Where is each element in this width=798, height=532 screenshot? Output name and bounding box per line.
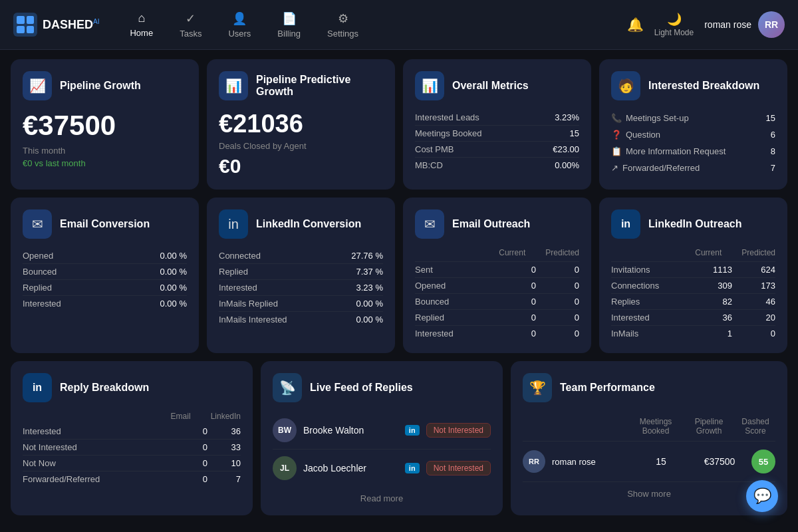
pipeline-predictive-card: 📊 Pipeline Predictive Growth €21036 Deal…: [207, 59, 395, 190]
li-conv-row-4: InMails Interested 0.00 %: [219, 312, 383, 327]
overall-metrics-icon: 📊: [415, 71, 444, 100]
feed-status-0: Not Interested: [426, 423, 491, 438]
li-conv-row-0: Connected 27.76 %: [219, 248, 383, 264]
team-avatar-0: RR: [523, 450, 545, 473]
team-meetings-0: 15: [634, 456, 688, 467]
breakdown-value-1: 6: [771, 130, 775, 140]
deals-label: Deals Closed by Agent: [219, 141, 383, 151]
email-conv-row-3: Interested 0.00 %: [23, 296, 187, 311]
deals-value: €0: [219, 155, 383, 178]
light-mode-toggle[interactable]: 🌙 Light Mode: [654, 12, 694, 37]
nav-home-label: Home: [130, 28, 153, 38]
feed-avatar-0: BW: [273, 418, 297, 442]
email-conv-label-3: Interested: [23, 299, 61, 309]
email-outreach-icon: ✉: [415, 209, 444, 239]
pipeline-predictive-header: 📊 Pipeline Predictive Growth: [219, 71, 383, 100]
logo[interactable]: DASHEDAI: [13, 13, 99, 37]
metrics-label-2: Cost PMB: [415, 144, 454, 154]
reply-breakdown-card: in Reply Breakdown Email LinkedIn Intere…: [11, 361, 253, 515]
linkedin-outreach-title: LinkedIn Outreach: [648, 218, 741, 230]
user-info[interactable]: roman rose RR: [704, 11, 785, 38]
main-content: 📈 Pipeline Growth €37500 This month €0 v…: [0, 50, 798, 525]
reply-col-email: Email: [171, 412, 191, 421]
team-pipeline-0: €37500: [693, 456, 746, 467]
reply-breakdown-column-headers: Email LinkedIn: [23, 412, 241, 424]
reply-col-linkedin: LinkedIn: [211, 412, 241, 421]
top-navigation: DASHEDAI ⌂ Home ✓ Tasks 👤 Users 📄 Billin…: [0, 0, 798, 50]
nav-billing-label: Billing: [277, 29, 301, 39]
metrics-value-1: 15: [570, 128, 579, 138]
nav-tasks[interactable]: ✓ Tasks: [169, 6, 212, 44]
user-name: roman rose: [704, 19, 751, 30]
interested-breakdown-card: 🧑 Interested Breakdown 📞 Meetings Set-up…: [599, 59, 787, 190]
pipeline-growth-header: 📈 Pipeline Growth: [23, 71, 187, 100]
email-conv-label-2: Replied: [23, 283, 52, 293]
chat-bubble[interactable]: 💬: [746, 480, 778, 512]
email-conv-value-1: 0.00 %: [160, 267, 187, 277]
email-outreach-col-predicted: Predicted: [545, 248, 579, 257]
breakdown-label-2: 📋 More Information Request: [611, 146, 726, 156]
metrics-row-0: Interested Leads 3.23%: [415, 110, 579, 126]
email-conversion-card: ✉ Email Conversion Opened 0.00 % Bounced…: [11, 198, 199, 353]
email-conversion-header: ✉ Email Conversion: [23, 209, 187, 239]
metrics-value-2: €23.00: [553, 144, 579, 154]
li-conv-row-2: Interested 3.23 %: [219, 280, 383, 296]
breakdown-list: 📞 Meetings Set-up 15 ❓ Question 6 📋 More…: [611, 110, 775, 176]
li-conv-value-2: 3.23 %: [356, 283, 383, 293]
feed-item-0: BW Brooke Walton in Not Interested: [273, 412, 491, 450]
email-conversion-rows: Opened 0.00 % Bounced 0.00 % Replied 0.0…: [23, 248, 187, 311]
email-outreach-title: Email Outreach: [452, 218, 530, 230]
metrics-table: Interested Leads 3.23% Meetings Booked 1…: [415, 110, 579, 173]
pipeline-predictive-icon: 📊: [219, 71, 248, 100]
pipeline-predictive-value: €21036: [219, 110, 383, 138]
notification-bell-icon[interactable]: 🔔: [627, 17, 644, 33]
nav-home[interactable]: ⌂ Home: [119, 6, 164, 43]
li-outreach-row-1: Connections 309173: [611, 278, 775, 294]
row-3: in Reply Breakdown Email LinkedIn Intere…: [11, 361, 787, 515]
read-more-button[interactable]: Read more: [273, 493, 491, 503]
nav-users[interactable]: 👤 Users: [217, 6, 261, 44]
linkedin-outreach-rows: Invitations 1113624 Connections 309173 R…: [611, 262, 775, 341]
li-conv-value-3: 0.00 %: [356, 299, 383, 309]
feed-item-1: JL Jacob Loechler in Not Interested: [273, 450, 491, 487]
email-conv-value-3: 0.00 %: [160, 299, 187, 309]
feed-name-1: Jacob Loechler: [303, 463, 398, 473]
team-performance-column-headers: Meetings Booked Pipeline Growth Dashed S…: [523, 412, 775, 442]
email-conv-value-2: 0.00 %: [160, 283, 187, 293]
reply-breakdown-title: Reply Breakdown: [60, 382, 149, 394]
show-more-button[interactable]: Show more: [523, 489, 775, 499]
email-conv-row-2: Replied 0.00 %: [23, 280, 187, 296]
reply-row-0: Interested 036: [23, 424, 241, 440]
linkedin-conversion-rows: Connected 27.76 % Replied 7.37 % Interes…: [219, 248, 383, 327]
team-score-0: 55: [751, 450, 775, 473]
nav-users-label: Users: [228, 29, 251, 39]
overall-metrics-card: 📊 Overall Metrics Interested Leads 3.23%…: [403, 59, 591, 190]
team-rows: RR roman rose 15 €37500 55: [523, 442, 775, 482]
pipeline-growth-card: 📈 Pipeline Growth €37500 This month €0 v…: [11, 59, 199, 190]
email-conv-value-0: 0.00 %: [160, 251, 187, 261]
team-col-user: [523, 417, 629, 436]
feed-avatar-1: JL: [273, 456, 297, 480]
reply-breakdown-header: in Reply Breakdown: [23, 373, 241, 402]
feed-platform-1: in: [405, 463, 420, 473]
pipeline-growth-title: Pipeline Growth: [60, 80, 141, 92]
breakdown-label-3: ↗ Forwarded/Referred: [611, 163, 700, 173]
nav-settings[interactable]: ⚙ Settings: [317, 6, 369, 44]
breakdown-label-1: ❓ Question: [611, 130, 660, 140]
linkedin-outreach-header: in LinkedIn Outreach: [611, 209, 775, 239]
breakdown-value-2: 8: [771, 146, 775, 156]
email-conversion-icon: ✉: [23, 209, 52, 239]
email-conv-row-0: Opened 0.00 %: [23, 248, 187, 264]
pipeline-predictive-title: Pipeline Predictive Growth: [256, 74, 383, 98]
team-name-0: roman rose: [552, 457, 596, 467]
metrics-value-3: 0.00%: [555, 160, 579, 170]
pipeline-growth-icon: 📈: [23, 71, 52, 100]
email-outreach-row-3: Replied 00: [415, 310, 579, 326]
pipeline-growth-value: €37500: [23, 110, 187, 142]
email-outreach-row-4: Interested 00: [415, 326, 579, 341]
settings-icon: ⚙: [338, 11, 348, 26]
nav-billing[interactable]: 📄 Billing: [267, 6, 311, 44]
breakdown-row-2: 📋 More Information Request 8: [611, 143, 775, 160]
logo-text: DASHEDAI: [43, 18, 99, 32]
feed-status-1: Not Interested: [426, 461, 491, 475]
